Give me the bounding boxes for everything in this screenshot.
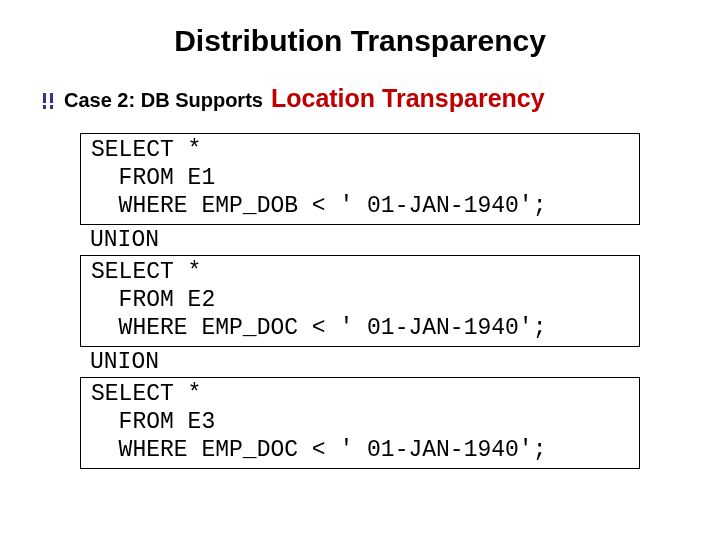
- svg-rect-0: [43, 93, 46, 103]
- subtitle-row: Case 2: DB Supports Location Transparenc…: [40, 84, 720, 113]
- subtitle-lead: Case 2: DB Supports: [64, 89, 263, 112]
- svg-rect-3: [50, 105, 53, 109]
- subtitle-strong: Location Transparency: [271, 84, 545, 113]
- union-keyword-1: UNION: [80, 225, 640, 255]
- bullet-icon: [40, 93, 56, 109]
- svg-rect-1: [43, 105, 46, 109]
- sql-block-2: SELECT * FROM E2 WHERE EMP_DOC < ' 01-JA…: [80, 255, 640, 347]
- sql-block-3: SELECT * FROM E3 WHERE EMP_DOC < ' 01-JA…: [80, 377, 640, 469]
- content-area: SELECT * FROM E1 WHERE EMP_DOB < ' 01-JA…: [80, 133, 640, 469]
- svg-rect-2: [50, 93, 53, 103]
- union-keyword-2: UNION: [80, 347, 640, 377]
- slide: Distribution Transparency Case 2: DB Sup…: [0, 0, 720, 540]
- page-title: Distribution Transparency: [0, 24, 720, 58]
- sql-block-1: SELECT * FROM E1 WHERE EMP_DOB < ' 01-JA…: [80, 133, 640, 225]
